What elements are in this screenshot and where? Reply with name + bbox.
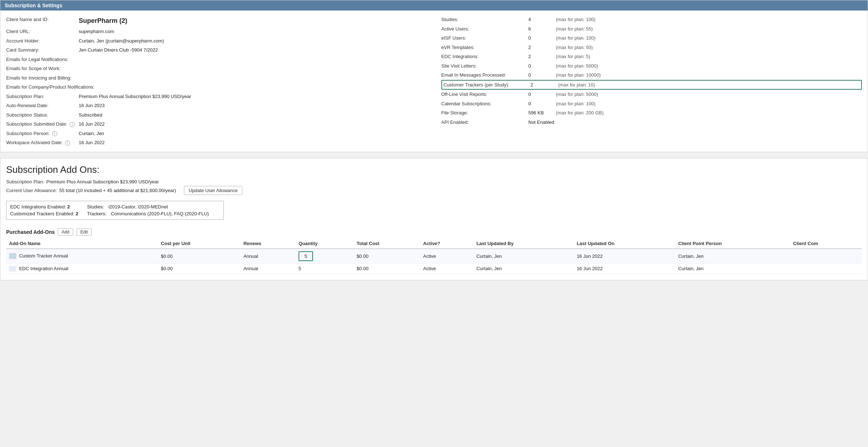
purchased-addons-header: Purchased Add-Ons Add Edit: [6, 228, 862, 236]
usage-row-calendar: Calendar Subscriptions: 0 (max for plan:…: [441, 99, 862, 109]
quantity-highlighted: 5: [299, 251, 313, 261]
th-active: Active?: [420, 239, 474, 249]
usage-row-email-in: Email In Messages Processed: 0 (max for …: [441, 70, 862, 80]
add-addon-button[interactable]: Add: [58, 228, 73, 236]
file-storage-label: File Storage:: [441, 109, 528, 117]
edc-integrations-studies-label: Studies:: [87, 204, 104, 210]
updated-by-cell: Curtain, Jen: [473, 263, 573, 274]
quantity-cell: 5: [296, 263, 354, 274]
client-com-cell: [790, 263, 862, 274]
card-summary-value: Jen Curtain Diners Club -5904 7/2022: [79, 46, 158, 54]
active-users-value: 6: [528, 25, 550, 33]
customer-trackers-label: Customer Trackers (per Study):: [444, 81, 531, 89]
addon-name-cell: EDC Integration Annual: [6, 263, 158, 274]
site-visits-value: 0: [528, 62, 550, 70]
usage-row-site-visits: Site Visit Letters: 0 (max for plan: 500…: [441, 61, 862, 71]
trackers-value: Communications (2020-FLU), FAQ (2020-FLU…: [111, 211, 209, 216]
addon-user-allowance-row: Current User Allowance: 55 total (10 inc…: [6, 186, 862, 195]
edc-info-box: EDC Integrations Enabled: 2 Studies: i20…: [6, 201, 224, 220]
th-last-updated-by: Last Updated By: [473, 239, 573, 249]
addon-user-allowance-value: 55 total (10 included + 45 additional at…: [59, 188, 176, 193]
auto-renewal-label: Auto-Renewal Date:: [6, 102, 79, 109]
eisf-label: eISF Users:: [441, 34, 528, 42]
table-row: EDC Integration Annual $0.00 Annual 5 $0…: [6, 263, 862, 274]
updated-on-cell: 16 Jun 2022: [574, 263, 675, 274]
addon-name-cell: Custom Tracker Annual: [6, 249, 158, 264]
addon-sub-plan-row: Subscription Plan: Premium Plus Annual S…: [6, 179, 862, 184]
studies-max: (max for plan: 100): [556, 16, 596, 23]
offline-value: 0: [528, 91, 550, 98]
auto-renewal-value: 16 Jun 2023: [79, 102, 105, 109]
edc-info-row-0: EDC Integrations Enabled: 2 Studies: i20…: [10, 203, 220, 210]
usage-row-evr: eVR Templates: 2 (max for plan: 50): [441, 43, 862, 52]
email-in-value: 0: [528, 72, 550, 79]
edc-integrations-enabled-label: EDC Integrations Enabled: 2: [10, 204, 83, 210]
col-left: Client Name and ID: SuperPharm (2) Clien…: [6, 15, 427, 147]
total-cost-cell: $0.00: [354, 249, 420, 264]
file-storage-max: (max for plan: 200 GB): [556, 109, 604, 117]
offline-label: Off-Line Visit Reports:: [441, 91, 528, 98]
usage-row-api: API Enabled: Not Enabled: [441, 118, 862, 127]
eisf-max: (max for plan: 100): [556, 34, 596, 42]
color-swatch: [9, 253, 16, 259]
legal-emails-label: Emails for Legal Notifications:: [6, 56, 79, 63]
usage-row-edc: EDC Integrations: 2 (max for plan: 5): [441, 52, 862, 61]
info-row: Client Name and ID: SuperPharm (2): [6, 15, 427, 27]
client-name-label: Client Name and ID:: [6, 16, 79, 26]
usage-row-customer-trackers: Customer Trackers (per Study): 2 (max fo…: [441, 80, 862, 90]
info-row: Card Summary: Jen Curtain Diners Club -5…: [6, 45, 427, 55]
sub-person-value: Curtain, Jen: [79, 130, 104, 137]
studies-value: 4: [528, 16, 550, 23]
workspace-activated-value: 16 Jun 2022: [79, 139, 105, 146]
renews-cell: Annual: [240, 263, 296, 274]
info-icon[interactable]: i: [70, 122, 75, 127]
info-row: Subscription Person: i Curtain, Jen: [6, 129, 427, 138]
company-emails-label: Emails for Company/Product Notifications…: [6, 84, 94, 91]
subscription-settings-panel: Subscription & Settings Client Name and …: [0, 0, 868, 152]
active-users-max: (max for plan: 55): [556, 25, 593, 33]
updated-by-cell: Curtain, Jen: [473, 249, 573, 264]
active-cell: Active: [420, 249, 474, 264]
update-user-allowance-button[interactable]: Update User Allowance: [184, 186, 242, 195]
sub-person-label: Subscription Person: i: [6, 130, 79, 137]
th-renews: Renews: [240, 239, 296, 249]
info-row: Subscription Status: Subscribed: [6, 110, 427, 120]
addons-panel: Subscription Add Ons: Subscription Plan:…: [0, 158, 868, 281]
usage-row-file-storage: File Storage: 596 KB (max for plan: 200 …: [441, 108, 862, 118]
customized-trackers-label: Customized Trackers Enabled: 2: [10, 211, 83, 216]
info-row: Workspace Activated Date: i 16 Jun 2022: [6, 138, 427, 147]
th-addon-name: Add-On Name: [6, 239, 158, 249]
workspace-activated-label: Workspace Activated Date: i: [6, 139, 79, 146]
addon-sub-plan-value: Premium Plus Annual Subscription $23,990…: [46, 179, 159, 184]
table-row: Custom Tracker Annual $0.00 Annual 5 $0.…: [6, 249, 862, 264]
file-storage-value: 596 KB: [528, 109, 550, 117]
info-icon[interactable]: i: [52, 131, 57, 136]
eisf-value: 0: [528, 34, 550, 42]
th-client-com: Client Com: [790, 239, 862, 249]
calendar-value: 0: [528, 100, 550, 107]
offline-max: (max for plan: 5000): [556, 91, 598, 98]
quantity-cell: 5: [296, 249, 354, 264]
cost-cell: $0.00: [158, 263, 241, 274]
account-holder-label: Account Holder:: [6, 37, 79, 45]
edit-addon-button[interactable]: Edit: [76, 228, 92, 236]
point-person-cell: Curtain, Jen: [675, 263, 790, 274]
evr-value: 2: [528, 44, 550, 51]
active-users-label: Active Users:: [441, 25, 528, 33]
section-title: Subscription & Settings: [5, 3, 62, 8]
edc-info-row-1: Customized Trackers Enabled: 2 Trackers:…: [10, 210, 220, 217]
info-icon[interactable]: i: [65, 141, 70, 146]
total-cost-cell: $0.00: [354, 263, 420, 274]
usage-row-studies: Studies: 4 (max for plan: 100): [441, 15, 862, 24]
sub-status-label: Subscription Status:: [6, 111, 79, 119]
active-cell: Active: [420, 263, 474, 274]
calendar-max: (max for plan: 100): [556, 100, 596, 107]
card-summary-label: Card Summary:: [6, 46, 79, 54]
evr-label: eVR Templates:: [441, 44, 528, 51]
trackers-key: Trackers:: [87, 211, 107, 216]
studies-label: Studies:: [441, 16, 528, 23]
info-row: Emails for Legal Notifications:: [6, 55, 427, 64]
api-value: Not Enabled: [528, 119, 555, 126]
sub-submitted-label: Subscription Submitted Date: i: [6, 121, 79, 128]
point-person-cell: Curtain, Jen: [675, 249, 790, 264]
